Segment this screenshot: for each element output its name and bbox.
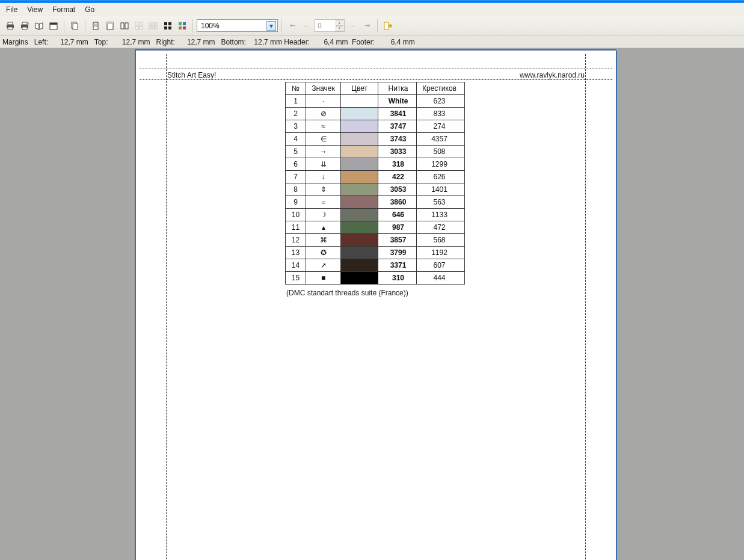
cell-count: 563 bbox=[417, 196, 465, 209]
first-page-icon[interactable]: ⇤ bbox=[286, 19, 299, 32]
menu-go[interactable]: Go bbox=[80, 4, 99, 16]
grid-2x2-icon[interactable] bbox=[132, 19, 146, 32]
svg-rect-19 bbox=[135, 22, 138, 25]
print-setup-icon[interactable] bbox=[18, 19, 31, 32]
grid-dark-icon[interactable] bbox=[161, 19, 174, 32]
cell-thread: 3743 bbox=[378, 133, 417, 146]
svg-rect-17 bbox=[121, 23, 124, 29]
cell-color bbox=[341, 247, 378, 259]
cell-number: 4 bbox=[286, 133, 306, 146]
cell-thread: 987 bbox=[378, 221, 417, 234]
cell-number: 8 bbox=[286, 183, 306, 196]
cell-count: 508 bbox=[417, 146, 465, 158]
th-color: Цвет bbox=[341, 82, 378, 95]
cell-thread: White bbox=[378, 95, 417, 108]
calendar-icon[interactable] bbox=[47, 19, 60, 32]
cell-color bbox=[341, 108, 378, 120]
cell-count: 1299 bbox=[417, 158, 465, 171]
cell-symbol: ↓ bbox=[306, 171, 341, 183]
spin-up-icon[interactable]: ▲ bbox=[336, 20, 343, 26]
svg-rect-20 bbox=[140, 22, 143, 25]
last-page-icon[interactable]: ⇥ bbox=[360, 19, 374, 32]
header-value: 6,4 mm bbox=[324, 38, 348, 46]
view-single-icon[interactable] bbox=[89, 19, 102, 32]
book-open-icon[interactable] bbox=[32, 19, 46, 32]
th-number: № bbox=[286, 82, 306, 95]
svg-rect-1 bbox=[8, 22, 13, 25]
cell-count: 1192 bbox=[417, 247, 465, 259]
svg-rect-16 bbox=[107, 22, 113, 24]
svg-rect-36 bbox=[183, 26, 186, 29]
grid-color-icon[interactable] bbox=[176, 19, 189, 32]
svg-rect-31 bbox=[164, 26, 167, 29]
grid-3x2-icon[interactable] bbox=[147, 19, 160, 32]
cell-count: 623 bbox=[417, 95, 465, 108]
cell-count: 444 bbox=[417, 272, 465, 285]
table-row: 12⌘3857568 bbox=[286, 234, 465, 247]
view-outline-icon[interactable] bbox=[103, 19, 117, 32]
cell-symbol: ⇊ bbox=[306, 158, 341, 171]
svg-rect-11 bbox=[93, 22, 98, 29]
cell-color bbox=[341, 272, 378, 285]
cell-number: 13 bbox=[286, 247, 306, 259]
left-value: 12,7 mm bbox=[60, 38, 88, 46]
zoom-value: 100% bbox=[201, 22, 220, 30]
cell-symbol: ✪ bbox=[306, 247, 341, 259]
menu-format[interactable]: Format bbox=[48, 4, 80, 16]
table-row: 3≈3747274 bbox=[286, 120, 465, 133]
svg-rect-23 bbox=[149, 23, 152, 25]
spin-down-icon[interactable]: ▼ bbox=[336, 26, 343, 32]
table-row: 2⊘3841833 bbox=[286, 108, 465, 120]
table-caption: (DMC standart threads suite (France)) bbox=[286, 289, 408, 297]
zoom-combo[interactable]: 100% ▾ bbox=[197, 19, 278, 32]
table-row: 13✪37991192 bbox=[286, 247, 465, 259]
bottom-value: 12,7 mm bbox=[254, 38, 282, 46]
cell-thread: 310 bbox=[378, 272, 417, 285]
cell-count: 626 bbox=[417, 171, 465, 183]
chevron-down-icon[interactable]: ▾ bbox=[266, 21, 276, 31]
page-number-input[interactable]: 0 ▲▼ bbox=[315, 19, 345, 32]
menu-bar: File View Format Go bbox=[0, 3, 744, 16]
table-row: 8⇕30531401 bbox=[286, 183, 465, 196]
cell-symbol: ⌘ bbox=[306, 234, 341, 247]
cell-thread: 3053 bbox=[378, 183, 417, 196]
bottom-label: Bottom: bbox=[221, 38, 246, 46]
menu-view[interactable]: View bbox=[22, 4, 48, 16]
cell-symbol: ▴ bbox=[306, 221, 341, 234]
cell-count: 4357 bbox=[417, 133, 465, 146]
cell-number: 10 bbox=[286, 209, 306, 221]
table-row: 11▴987472 bbox=[286, 221, 465, 234]
cell-number: 7 bbox=[286, 171, 306, 183]
cell-number: 15 bbox=[286, 272, 306, 285]
menu-file[interactable]: File bbox=[1, 4, 22, 16]
table-row: 7↓422626 bbox=[286, 171, 465, 183]
cell-symbol: ⊘ bbox=[306, 108, 341, 120]
copy-icon[interactable] bbox=[68, 19, 81, 32]
threads-table: № Значек Цвет Нитка Крестиков 1·White623… bbox=[285, 82, 465, 285]
next-page-icon[interactable]: → bbox=[346, 19, 359, 32]
cell-number: 6 bbox=[286, 158, 306, 171]
margins-bar: Margins Left: 12,7 mm Top: 12,7 mm Right… bbox=[0, 35, 744, 48]
cell-count: 274 bbox=[417, 120, 465, 133]
page-header-left: Stitch Art Easy! bbox=[167, 71, 216, 79]
cell-count: 1401 bbox=[417, 183, 465, 196]
table-header: № Значек Цвет Нитка Крестиков bbox=[286, 82, 465, 95]
view-facing-icon[interactable] bbox=[118, 19, 131, 32]
cell-thread: 3799 bbox=[378, 247, 417, 259]
cell-color bbox=[341, 171, 378, 183]
svg-rect-37 bbox=[384, 22, 389, 29]
cell-thread: 3857 bbox=[378, 234, 417, 247]
th-symbol: Значек bbox=[306, 82, 341, 95]
top-value: 12,7 mm bbox=[122, 38, 150, 46]
cell-color bbox=[341, 133, 378, 146]
print-icon[interactable] bbox=[4, 19, 17, 32]
cell-thread: 3860 bbox=[378, 196, 417, 209]
cell-symbol: ☽ bbox=[306, 209, 341, 221]
cell-thread: 646 bbox=[378, 209, 417, 221]
cell-symbol: ≈ bbox=[306, 120, 341, 133]
prev-page-icon[interactable]: ← bbox=[300, 19, 313, 32]
cell-color bbox=[341, 158, 378, 171]
table-row: 4∈37434357 bbox=[286, 133, 465, 146]
exit-icon[interactable] bbox=[381, 19, 395, 32]
cell-color bbox=[341, 196, 378, 209]
